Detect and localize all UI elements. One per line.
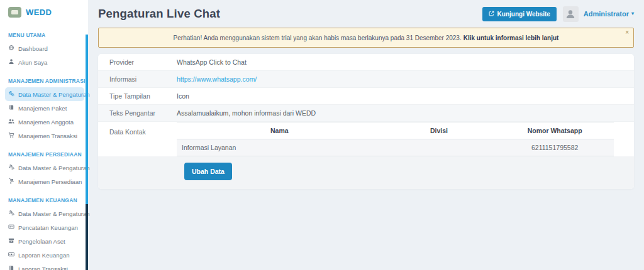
- settings-rows: ProviderWhatsApp Click to ChatInformasih…: [98, 54, 634, 122]
- money-check-icon: [8, 224, 14, 231]
- sidebar-section-manajemen-keuangan: MANAJEMEN KEUANGANData Master & Pengatur…: [8, 197, 83, 270]
- row-value: https://www.whatsapp.com/: [177, 75, 634, 83]
- row-label: Informasi: [98, 75, 177, 83]
- archive-icon: [8, 237, 14, 245]
- user-icon: [8, 58, 14, 66]
- table-row: Informasi Layanan6211151795582: [177, 139, 614, 156]
- sidebar-item-dashboard[interactable]: Dashboard: [5, 41, 84, 55]
- settings-row-informasi: Informasihttps://www.whatsapp.com/: [98, 71, 634, 88]
- topbar-right: Kunjungi Website Administrator ▾: [482, 6, 634, 22]
- globe-icon: [8, 45, 14, 52]
- external-link-icon: [489, 11, 494, 18]
- contacts-row: Data Kontak NamaDivisiNomor Whatsapp Inf…: [98, 122, 634, 156]
- sidebar-scrollbar-thumb[interactable]: [86, 204, 88, 270]
- app-window: WEDD MENU UTAMADashboardAkun SayaMANAJEM…: [0, 0, 644, 270]
- gears-icon: [8, 210, 14, 217]
- visit-website-button[interactable]: Kunjungi Website: [482, 7, 557, 21]
- sidebar-section-menu-utama: MENU UTAMADashboardAkun Saya: [8, 32, 83, 69]
- sidebar-item-data-master-pengaturan[interactable]: Data Master & Pengaturan: [5, 207, 84, 220]
- wedd-logo-icon: [8, 7, 21, 18]
- table-cell: [382, 139, 496, 156]
- dolly-icon: [8, 178, 14, 185]
- trial-warning-text: Perhatian! Anda menggunakan sistem trial…: [174, 35, 559, 41]
- visit-website-label: Kunjungi Website: [497, 11, 550, 18]
- sidebar-item-label: Pencatatan Keuangan: [18, 224, 78, 231]
- sidebar-item-akun-saya[interactable]: Akun Saya: [5, 55, 84, 69]
- brand[interactable]: WEDD: [0, 0, 88, 23]
- user-menu[interactable]: Administrator ▾: [584, 10, 634, 18]
- sidebar-item-label: Manajemen Transaksi: [18, 132, 77, 139]
- contacts-table-wrap: NamaDivisiNomor Whatsapp Informasi Layan…: [177, 122, 634, 156]
- sidebar: WEDD MENU UTAMADashboardAkun SayaMANAJEM…: [0, 0, 88, 270]
- sidebar-item-label: Laporan Keuangan: [18, 252, 70, 259]
- row-value: Icon: [177, 92, 634, 100]
- gears-icon: [8, 164, 14, 171]
- sidebar-item-laporan-keuangan[interactable]: Laporan Keuangan: [5, 248, 84, 262]
- sidebar-item-label: Pengelolaan Aset: [18, 238, 65, 245]
- close-icon[interactable]: ×: [625, 29, 629, 36]
- settings-row-provider: ProviderWhatsApp Click to Chat: [98, 54, 634, 71]
- sidebar-item-pengelolaan-aset[interactable]: Pengelolaan Aset: [5, 234, 84, 248]
- sidebar-section-title: MANAJEMEN ADMINISTRASI: [8, 78, 83, 84]
- sidebar-item-label: Dashboard: [18, 45, 48, 52]
- trial-warning-banner: Perhatian! Anda menggunakan sistem trial…: [98, 28, 634, 48]
- sidebar-item-manajemen-transaksi[interactable]: Manajemen Transaksi: [5, 129, 84, 143]
- sidebar-item-label: Data Master & Pengaturan: [18, 91, 90, 98]
- row-value: WhatsApp Click to Chat: [177, 58, 634, 66]
- contacts-table: NamaDivisiNomor Whatsapp Informasi Layan…: [177, 122, 614, 156]
- sidebar-section-manajemen-administrasi: MANAJEMEN ADMINISTRASIData Master & Peng…: [8, 78, 83, 143]
- book-icon: [8, 104, 14, 112]
- money-bill-icon: [8, 251, 14, 259]
- contacts-header-divisi: Divisi: [382, 122, 496, 139]
- edit-data-button[interactable]: Ubah Data: [184, 163, 232, 180]
- cart-icon: [8, 132, 14, 139]
- contacts-header-nama: Nama: [177, 122, 382, 139]
- informasi-link[interactable]: https://www.whatsapp.com/: [177, 75, 257, 83]
- sidebar-item-manajemen-persediaan[interactable]: Manajemen Persediaan: [5, 175, 84, 188]
- sidebar-item-label: Manajemen Paket: [18, 105, 67, 112]
- users-icon: [8, 118, 14, 126]
- table-cell: 6211151795582: [496, 139, 614, 156]
- settings-card: ProviderWhatsApp Click to ChatInformasih…: [98, 54, 634, 189]
- page-title: Pengaturan Live Chat: [98, 7, 220, 21]
- sidebar-item-label: Akun Saya: [18, 59, 47, 66]
- brand-name: WEDD: [26, 8, 52, 17]
- sidebar-item-laporan-transaksi[interactable]: Laporan Transaksi: [5, 262, 84, 270]
- trial-info-link[interactable]: Klik untuk informasi lebih lanjut: [464, 35, 559, 41]
- sidebar-item-data-master-pengaturan[interactable]: Data Master & Pengaturan: [5, 87, 84, 101]
- settings-row-teks-pengantar: Teks PengantarAssalamualaikum, mohon inf…: [98, 105, 634, 122]
- row-value: Assalamualaikum, mohon informasi dari WE…: [177, 109, 634, 117]
- row-label: Data Kontak: [98, 122, 177, 136]
- sidebar-item-manajemen-anggota[interactable]: Manajemen Anggota: [5, 115, 84, 129]
- row-label: Teks Pengantar: [98, 109, 177, 117]
- main-content: Pengaturan Live Chat Kunjungi Website Ad…: [88, 0, 644, 270]
- trial-warning-text-normal: Perhatian! Anda menggunakan sistem trial…: [174, 35, 462, 41]
- chevron-down-icon: ▾: [631, 11, 634, 16]
- sidebar-item-data-master-pengaturan[interactable]: Data Master & Pengaturan: [5, 161, 84, 175]
- book-icon: [8, 265, 14, 270]
- sidebar-item-manajemen-paket[interactable]: Manajemen Paket: [5, 101, 84, 115]
- sidebar-section-title: MANAJEMEN PERSEDIAAN: [8, 151, 83, 158]
- contacts-header-nomor-whatsapp: Nomor Whatsapp: [496, 122, 614, 139]
- sidebar-section-title: MANAJEMEN KEUANGAN: [8, 197, 83, 203]
- sidebar-item-pencatatan-keuangan[interactable]: Pencatatan Keuangan: [5, 220, 84, 234]
- sidebar-item-label: Data Master & Pengaturan: [18, 210, 90, 217]
- sidebar-item-label: Laporan Transaksi: [18, 266, 68, 270]
- topbar: Pengaturan Live Chat Kunjungi Website Ad…: [98, 0, 634, 28]
- sidebar-item-label: Manajemen Persediaan: [18, 178, 82, 185]
- sidebar-item-label: Manajemen Anggota: [18, 119, 74, 126]
- sidebar-scrollbar[interactable]: [86, 35, 88, 270]
- avatar[interactable]: [563, 6, 579, 22]
- table-cell: Informasi Layanan: [177, 139, 382, 156]
- row-label: Provider: [98, 58, 177, 66]
- sidebar-section-title: MENU UTAMA: [8, 32, 83, 38]
- card-footer: Ubah Data: [98, 156, 634, 189]
- sidebar-item-label: Data Master & Pengaturan: [18, 165, 90, 171]
- sidebar-section-manajemen-persediaan: MANAJEMEN PERSEDIAANData Master & Pengat…: [8, 151, 83, 188]
- gears-icon: [8, 90, 14, 98]
- settings-row-tipe-tampilan: Tipe TampilanIcon: [98, 88, 634, 105]
- sidebar-nav: MENU UTAMADashboardAkun SayaMANAJEMEN AD…: [0, 32, 88, 270]
- user-menu-label: Administrator: [584, 10, 629, 18]
- row-label: Tipe Tampilan: [98, 92, 177, 100]
